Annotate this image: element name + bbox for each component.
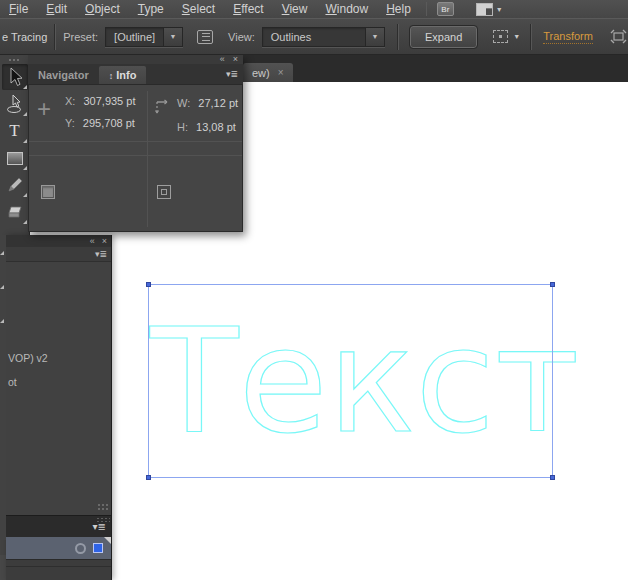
lasso-tool[interactable]: [2, 91, 28, 117]
info-x-row: X: 307,935 pt: [65, 95, 135, 107]
x-label: X:: [65, 95, 75, 107]
toolbar-grip[interactable]: [8, 58, 21, 62]
menu-select[interactable]: Select: [173, 1, 224, 17]
menu-effect[interactable]: Effect: [224, 1, 272, 17]
bounding-box-button[interactable]: [609, 27, 628, 46]
left-dock-panel: « × ▾≣ VOP) v2 ot ▾≣: [6, 235, 112, 580]
document-tab-label: ew): [252, 67, 270, 79]
tab-close-icon[interactable]: ×: [278, 67, 284, 78]
options-separator: [530, 24, 532, 50]
dock-item-label[interactable]: VOP) v2: [8, 352, 48, 364]
stroke-color-indicator: [157, 185, 171, 199]
selection-options-button[interactable]: [491, 27, 510, 46]
layer-selection-square[interactable]: [93, 543, 103, 553]
tracing-panel-button[interactable]: [195, 27, 214, 46]
menu-help[interactable]: Help: [377, 1, 420, 17]
workspace-dropdown-arrow[interactable]: ▼: [496, 6, 503, 13]
selection-bounding-box[interactable]: [148, 284, 553, 478]
pencil-tool[interactable]: [2, 172, 28, 198]
tracing-panel-icon: [197, 30, 213, 44]
view-dropdown[interactable]: Outlines ▼: [262, 27, 385, 47]
eraser-tool[interactable]: [2, 199, 28, 225]
transform-link[interactable]: Transform: [543, 30, 593, 44]
panel-resize-grip[interactable]: [96, 517, 110, 522]
info-horizontal-divider: [29, 155, 242, 156]
menu-object[interactable]: Object: [76, 1, 129, 17]
menu-window[interactable]: Window: [316, 1, 377, 17]
pencil-tool-icon: [6, 176, 24, 194]
info-panel-titlebar: « ×: [28, 55, 243, 64]
menu-file[interactable]: File: [0, 1, 37, 17]
tool-flyout-indicator: [23, 166, 27, 170]
layers-panel-header: ▾≣: [6, 515, 111, 537]
panel-menu-icon[interactable]: ▾≣: [93, 521, 106, 532]
tab-info-label: Info: [116, 69, 136, 81]
lasso-tool-icon: [5, 94, 25, 114]
menu-view[interactable]: View: [273, 1, 317, 17]
menu-bar: File Edit Object Type Select Effect View…: [0, 0, 628, 18]
info-horizontal-divider: [29, 141, 242, 142]
dock-titlebar: « ×: [6, 235, 111, 247]
preset-dropdown[interactable]: [Outline] ▼: [105, 27, 183, 47]
selection-handle-top-right[interactable]: [550, 282, 555, 287]
tool-flyout-indicator: [0, 251, 4, 255]
x-value: 307,935 pt: [83, 95, 135, 107]
workspace-switcher-icon[interactable]: [476, 3, 493, 16]
panel-close-icon[interactable]: ×: [102, 238, 107, 245]
type-tool-icon: T: [9, 121, 19, 141]
selection-tool-icon: [6, 67, 24, 87]
selection-handle-bottom-left[interactable]: [146, 475, 151, 480]
view-dropdown-arrow[interactable]: ▼: [365, 28, 384, 46]
panel-resize-grip[interactable]: [97, 503, 109, 511]
toolbar-sliver: [0, 235, 6, 540]
bridge-button[interactable]: Br: [437, 2, 454, 16]
info-panel-body: + X: 307,935 pt Y: 295,708 pt W: 27,12 p…: [28, 84, 243, 232]
info-h-row: H: 13,08 pt: [177, 121, 236, 133]
options-bar: e Tracing Preset: [Outline] ▼ View: Outl…: [0, 18, 628, 55]
dock-content: VOP) v2 ot: [6, 262, 111, 515]
panel-menu-icon[interactable]: ▾≣: [95, 249, 107, 259]
tool-flyout-indicator: [23, 220, 27, 224]
menu-edit[interactable]: Edit: [37, 1, 76, 17]
eraser-tool-icon: [6, 204, 24, 220]
panel-collapse-icon[interactable]: «: [90, 238, 95, 245]
menubar-separator: [426, 2, 427, 16]
tool-flyout-indicator: [23, 193, 27, 197]
w-label: W:: [177, 97, 190, 109]
info-panel: « × Navigator ↕ Info ▾≣ + X: 307,935 pt …: [28, 55, 243, 232]
layer-target-icon[interactable]: [75, 543, 86, 554]
options-separator: [397, 24, 399, 50]
menu-type[interactable]: Type: [129, 1, 173, 17]
tool-flyout-indicator: [0, 285, 4, 289]
preset-value: [Outline]: [106, 31, 163, 43]
options-separator: [54, 24, 56, 50]
document-tab[interactable]: ew) ×: [243, 63, 293, 82]
marquee-icon: [493, 30, 508, 43]
tab-navigator[interactable]: Navigator: [28, 66, 99, 84]
selection-handle-top-left[interactable]: [146, 282, 151, 287]
workspace-icon-right: [486, 4, 492, 15]
panel-close-icon[interactable]: ×: [233, 56, 238, 63]
tool-name-label: e Tracing: [2, 31, 47, 43]
rectangle-tool[interactable]: [2, 145, 28, 171]
preset-label: Preset:: [63, 31, 98, 43]
selection-options-arrow[interactable]: ▼: [513, 33, 520, 40]
preset-dropdown-arrow[interactable]: ▼: [163, 28, 182, 46]
info-w-row: W: 27,12 pt: [177, 97, 238, 109]
dock-item-label[interactable]: ot: [8, 376, 17, 388]
expand-button[interactable]: Expand: [410, 26, 477, 48]
tool-flyout-indicator: [23, 112, 27, 116]
tool-flyout-indicator: [0, 319, 4, 323]
panel-collapse-icon[interactable]: «: [220, 56, 225, 63]
panel-menu-icon[interactable]: ▾≣: [226, 69, 238, 79]
h-label: H:: [177, 121, 188, 133]
selection-handle-bottom-right[interactable]: [550, 475, 555, 480]
h-value: 13,08 pt: [196, 121, 236, 133]
layer-row-selected[interactable]: [6, 537, 111, 559]
type-tool[interactable]: T: [2, 118, 28, 144]
view-value: Outlines: [263, 31, 365, 43]
tab-info[interactable]: ↕ Info: [99, 66, 147, 84]
selection-tool[interactable]: [2, 64, 28, 90]
tool-flyout-indicator: [23, 85, 27, 89]
info-vertical-divider: [147, 157, 148, 227]
